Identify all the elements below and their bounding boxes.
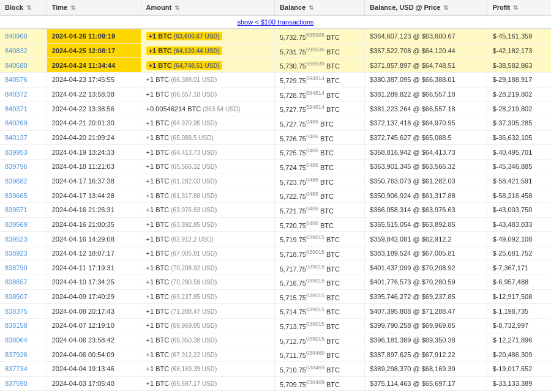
block-link[interactable]: 840576 (5, 76, 28, 83)
balance-sup: 0486 (306, 220, 318, 226)
cell-profit: $-29,188,917 (487, 72, 551, 87)
block-link[interactable]: 838923 (5, 250, 28, 257)
cell-profit: $-19,017,652 (487, 362, 551, 377)
block-link[interactable]: 838507 (5, 293, 28, 300)
table-row: 8399532024-04-19 13:24:33+1 BTC (64,413.… (0, 145, 551, 160)
balance-unit: BTC (326, 62, 340, 70)
balance-main: 5,719.75 (280, 236, 306, 243)
table-row: 8396652024-04-17 13:44:28+1 BTC (61,317.… (0, 188, 551, 203)
balance-unit: BTC (320, 164, 334, 171)
block-link[interactable]: 838158 (5, 322, 28, 329)
cell-balance: 5,720.750486 BTC (275, 217, 365, 232)
cell-profit: $-42,182,173 (487, 43, 551, 58)
balance-main: 5,711.75 (280, 352, 306, 359)
block-link[interactable]: 837926 (5, 351, 28, 358)
block-link[interactable]: 839665 (5, 192, 28, 199)
cell-amount: +1 BTC (62,912.2 USD) (141, 232, 274, 246)
col-amount[interactable]: Amount ⇅ (141, 0, 274, 15)
show-small-row[interactable]: show < $100 transactions (0, 15, 551, 29)
block-link[interactable]: 840269 (5, 119, 28, 127)
sort-time-icon: ⇅ (70, 4, 75, 11)
cell-amount: +1 BTC (67,912.22 USD) (141, 347, 274, 362)
cell-balance: 5,710.75038469 BTC (275, 362, 365, 377)
cell-profit: $-43,003,750 (487, 202, 551, 217)
amount-value: +1 BTC (146, 264, 170, 272)
cell-block: 840372 (0, 87, 47, 102)
table-row: 8395692024-04-16 21:00:35+1 BTC (63,892.… (0, 217, 551, 232)
cell-balance: 5,715.75039015 BTC (275, 289, 365, 304)
amount-usd: (69,350.38 USD) (171, 337, 217, 344)
block-link[interactable]: 840680 (5, 62, 28, 69)
block-link[interactable]: 838657 (5, 278, 28, 286)
balance-main: 5,709.75 (280, 380, 306, 388)
balance-unit: BTC (326, 337, 340, 344)
cell-balance-usd: $367,522,708 @ $64,120.44 (365, 43, 487, 58)
block-link[interactable]: 838375 (5, 308, 28, 315)
block-link[interactable]: 840371 (5, 105, 28, 113)
balance-main: 5,710.75 (280, 366, 306, 374)
balance-unit: BTC (320, 178, 334, 185)
balance-sup: 039015 (306, 336, 324, 342)
cell-amount: +1 BTC (66,388.01 USD) (141, 72, 274, 87)
col-block[interactable]: Block ⇅ (0, 0, 47, 15)
cell-profit: $-40,495,701 (487, 145, 551, 160)
cell-balance-usd: $381,223,264 @ $66,557.18 (365, 102, 487, 116)
sort-profit-icon: ⇅ (513, 4, 518, 11)
balance-sup: 039015 (306, 321, 324, 327)
col-time[interactable]: Time ⇅ (47, 0, 141, 15)
cell-time: 2024-04-17 16:37:38 (47, 174, 141, 188)
show-small-link[interactable]: show < $100 transactions (237, 18, 313, 26)
block-link[interactable]: 840137 (5, 134, 28, 141)
cell-balance-usd: $401,437,099 @ $70,208.92 (365, 261, 487, 275)
block-link[interactable]: 839569 (5, 221, 28, 228)
cell-balance-usd: $383,189,524 @ $67,005.81 (365, 246, 487, 261)
cell-block: 840269 (0, 116, 47, 130)
table-row: 8401372024-04-20 21:09:24+1 BTC (65,088.… (0, 130, 551, 145)
balance-unit: BTC (326, 308, 340, 316)
cell-block: 840137 (0, 130, 47, 145)
cell-profit: $-49,092,108 (487, 232, 551, 246)
block-link[interactable]: 839953 (5, 149, 28, 156)
cell-amount: +1 BTC (66,557.18 USD) (141, 87, 274, 102)
cell-block: 838158 (0, 319, 47, 333)
block-link[interactable]: 837590 (5, 380, 28, 387)
amount-usd: (67,005.81 USD) (171, 250, 217, 257)
block-link[interactable]: 840966 (5, 32, 28, 40)
block-link[interactable]: 839796 (5, 163, 28, 170)
block-link[interactable]: 838790 (5, 264, 28, 272)
sort-block-icon: ⇅ (26, 4, 31, 11)
block-link[interactable]: 837734 (5, 365, 28, 372)
block-link[interactable]: 840832 (5, 47, 28, 54)
amount-usd: (66,388.01 USD) (171, 76, 217, 83)
balance-sup: 038469 (306, 364, 324, 371)
cell-amount: +1 BTC (63,892.85 USD) (141, 217, 274, 232)
block-link[interactable]: 840372 (5, 91, 28, 98)
cell-time: 2024-04-08 20:17:43 (47, 304, 141, 319)
block-link[interactable]: 839523 (5, 235, 28, 243)
block-link[interactable]: 839571 (5, 206, 28, 213)
balance-main: 5,717.75 (280, 265, 306, 272)
balance-unit: BTC (320, 221, 334, 229)
amount-usd: (64,413.73 USD) (171, 149, 217, 156)
balance-main: 5,714.75 (280, 308, 306, 316)
amount-value: +1 BTC (146, 322, 170, 329)
balance-unit: BTC (326, 279, 340, 287)
balance-main: 5,723.75 (280, 178, 306, 185)
col-balance-usd[interactable]: Balance, USD @ Price ⇅ (365, 0, 487, 15)
cell-block: 840680 (0, 58, 47, 73)
table-row: 8387902024-04-11 17:19:31+1 BTC (70,208.… (0, 261, 551, 275)
amount-highlight: +1 BTC (64,748.51 USD) (146, 61, 222, 70)
table-row: 8402692024-04-21 20:01:30+1 BTC (64,970.… (0, 116, 551, 130)
cell-time: 2024-04-16 21:00:35 (47, 217, 141, 232)
block-link[interactable]: 839682 (5, 177, 28, 185)
cell-balance: 5,718.75039015 BTC (275, 246, 365, 261)
cell-balance-usd: $387,897,625 @ $67,912.22 (365, 347, 487, 362)
col-profit[interactable]: Profit ⇅ (487, 0, 551, 15)
balance-unit: BTC (326, 106, 340, 113)
amount-usd: (71,288.47 USD) (171, 308, 217, 315)
balance-sup: 0486 (306, 191, 318, 197)
cell-time: 2024-04-06 00:54:09 (47, 347, 141, 362)
block-link[interactable]: 838064 (5, 336, 28, 344)
col-balance[interactable]: Balance ⇅ (275, 0, 365, 15)
balance-unit: BTC (326, 323, 340, 330)
